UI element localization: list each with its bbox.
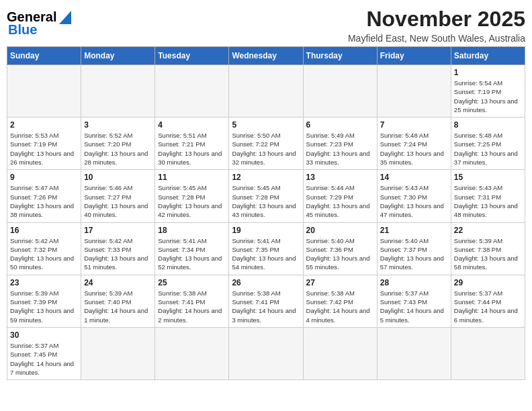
day-info: Sunrise: 5:41 AM Sunset: 7:35 PM Dayligh… — [232, 236, 300, 272]
weekday-header-cell: Monday — [81, 47, 155, 65]
weekday-header-cell: Tuesday — [155, 47, 229, 65]
calendar-week-row: 2Sunrise: 5:53 AM Sunset: 7:19 PM Daylig… — [7, 118, 525, 170]
calendar-week-row: 1Sunrise: 5:54 AM Sunset: 7:19 PM Daylig… — [7, 65, 525, 118]
calendar-week-row: 30Sunrise: 5:37 AM Sunset: 7:45 PM Dayli… — [7, 327, 525, 379]
day-number: 20 — [306, 226, 374, 235]
weekday-header-row: SundayMondayTuesdayWednesdayThursdayFrid… — [7, 47, 525, 65]
day-number: 1 — [454, 68, 522, 77]
day-number: 11 — [158, 173, 226, 182]
day-info: Sunrise: 5:49 AM Sunset: 7:23 PM Dayligh… — [306, 131, 374, 167]
calendar-day-cell: 2Sunrise: 5:53 AM Sunset: 7:19 PM Daylig… — [7, 118, 81, 170]
calendar-day-cell — [377, 65, 451, 118]
location-title: Mayfield East, New South Wales, Australi… — [348, 33, 525, 44]
weekday-header-cell: Thursday — [303, 47, 377, 65]
calendar-day-cell: 17Sunrise: 5:42 AM Sunset: 7:33 PM Dayli… — [81, 222, 155, 275]
calendar-day-cell: 5Sunrise: 5:50 AM Sunset: 7:22 PM Daylig… — [229, 118, 303, 170]
day-info: Sunrise: 5:52 AM Sunset: 7:20 PM Dayligh… — [84, 131, 152, 167]
calendar-day-cell — [303, 65, 377, 118]
day-info: Sunrise: 5:39 AM Sunset: 7:38 PM Dayligh… — [454, 236, 522, 272]
day-info: Sunrise: 5:38 AM Sunset: 7:42 PM Dayligh… — [306, 289, 374, 324]
weekday-header-cell: Friday — [377, 47, 451, 65]
day-number: 15 — [454, 173, 522, 182]
calendar-day-cell: 27Sunrise: 5:38 AM Sunset: 7:42 PM Dayli… — [303, 275, 377, 327]
calendar-day-cell — [451, 327, 525, 379]
day-info: Sunrise: 5:43 AM Sunset: 7:31 PM Dayligh… — [454, 183, 522, 219]
day-info: Sunrise: 5:38 AM Sunset: 7:41 PM Dayligh… — [232, 289, 300, 324]
calendar-day-cell: 10Sunrise: 5:46 AM Sunset: 7:27 PM Dayli… — [81, 170, 155, 222]
day-info: Sunrise: 5:50 AM Sunset: 7:22 PM Dayligh… — [232, 131, 300, 167]
day-number: 23 — [10, 278, 78, 287]
calendar-day-cell: 4Sunrise: 5:51 AM Sunset: 7:21 PM Daylig… — [155, 118, 229, 170]
calendar-day-cell: 29Sunrise: 5:37 AM Sunset: 7:44 PM Dayli… — [451, 275, 525, 327]
day-info: Sunrise: 5:44 AM Sunset: 7:29 PM Dayligh… — [306, 183, 374, 219]
day-number: 5 — [232, 120, 300, 130]
day-number: 12 — [232, 173, 300, 182]
weekday-header-cell: Saturday — [451, 47, 525, 65]
calendar-week-row: 23Sunrise: 5:39 AM Sunset: 7:39 PM Dayli… — [7, 275, 525, 327]
header: General Blue November 2025 Mayfield East… — [7, 7, 525, 44]
calendar-day-cell: 21Sunrise: 5:40 AM Sunset: 7:37 PM Dayli… — [377, 222, 451, 275]
calendar-day-cell — [377, 327, 451, 379]
calendar-day-cell — [155, 65, 229, 118]
day-number: 22 — [454, 226, 522, 235]
day-number: 16 — [10, 226, 78, 235]
calendar-day-cell: 30Sunrise: 5:37 AM Sunset: 7:45 PM Dayli… — [7, 327, 81, 379]
day-info: Sunrise: 5:38 AM Sunset: 7:41 PM Dayligh… — [158, 289, 226, 324]
calendar-day-cell — [81, 327, 155, 379]
calendar-day-cell: 26Sunrise: 5:38 AM Sunset: 7:41 PM Dayli… — [229, 275, 303, 327]
day-info: Sunrise: 5:48 AM Sunset: 7:25 PM Dayligh… — [454, 131, 522, 167]
calendar-day-cell: 20Sunrise: 5:40 AM Sunset: 7:36 PM Dayli… — [303, 222, 377, 275]
day-number: 21 — [380, 226, 448, 235]
calendar-day-cell: 18Sunrise: 5:41 AM Sunset: 7:34 PM Dayli… — [155, 222, 229, 275]
calendar-day-cell — [229, 65, 303, 118]
day-number: 14 — [380, 173, 448, 182]
calendar-day-cell: 24Sunrise: 5:39 AM Sunset: 7:40 PM Dayli… — [81, 275, 155, 327]
calendar-day-cell: 11Sunrise: 5:45 AM Sunset: 7:28 PM Dayli… — [155, 170, 229, 222]
day-info: Sunrise: 5:37 AM Sunset: 7:45 PM Dayligh… — [10, 341, 78, 377]
day-info: Sunrise: 5:41 AM Sunset: 7:34 PM Dayligh… — [158, 236, 226, 272]
calendar-day-cell: 7Sunrise: 5:48 AM Sunset: 7:24 PM Daylig… — [377, 118, 451, 170]
title-area: November 2025 Mayfield East, New South W… — [348, 7, 525, 44]
day-number: 7 — [380, 120, 448, 130]
day-info: Sunrise: 5:39 AM Sunset: 7:40 PM Dayligh… — [84, 289, 152, 324]
calendar-day-cell: 8Sunrise: 5:48 AM Sunset: 7:25 PM Daylig… — [451, 118, 525, 170]
calendar-day-cell: 22Sunrise: 5:39 AM Sunset: 7:38 PM Dayli… — [451, 222, 525, 275]
calendar-day-cell: 12Sunrise: 5:45 AM Sunset: 7:28 PM Dayli… — [229, 170, 303, 222]
day-info: Sunrise: 5:40 AM Sunset: 7:36 PM Dayligh… — [306, 236, 374, 272]
calendar-week-row: 16Sunrise: 5:42 AM Sunset: 7:32 PM Dayli… — [7, 222, 525, 275]
day-number: 18 — [158, 226, 226, 235]
day-number: 24 — [84, 278, 152, 287]
day-number: 26 — [232, 278, 300, 287]
day-info: Sunrise: 5:51 AM Sunset: 7:21 PM Dayligh… — [158, 131, 226, 167]
day-info: Sunrise: 5:37 AM Sunset: 7:44 PM Dayligh… — [454, 289, 522, 324]
weekday-header-cell: Sunday — [7, 47, 81, 65]
logo-blue-text: Blue — [8, 22, 37, 38]
day-info: Sunrise: 5:40 AM Sunset: 7:37 PM Dayligh… — [380, 236, 448, 272]
day-number: 3 — [84, 120, 152, 130]
calendar: SundayMondayTuesdayWednesdayThursdayFrid… — [7, 46, 525, 380]
day-info: Sunrise: 5:42 AM Sunset: 7:32 PM Dayligh… — [10, 236, 78, 272]
calendar-day-cell — [229, 327, 303, 379]
calendar-day-cell: 14Sunrise: 5:43 AM Sunset: 7:30 PM Dayli… — [377, 170, 451, 222]
calendar-day-cell: 23Sunrise: 5:39 AM Sunset: 7:39 PM Dayli… — [7, 275, 81, 327]
weekday-header-cell: Wednesday — [229, 47, 303, 65]
day-info: Sunrise: 5:53 AM Sunset: 7:19 PM Dayligh… — [10, 131, 78, 167]
day-number: 29 — [454, 278, 522, 287]
calendar-day-cell: 1Sunrise: 5:54 AM Sunset: 7:19 PM Daylig… — [451, 65, 525, 118]
logo: General Blue — [7, 7, 71, 38]
calendar-week-row: 9Sunrise: 5:47 AM Sunset: 7:26 PM Daylig… — [7, 170, 525, 222]
day-number: 8 — [454, 120, 522, 130]
day-info: Sunrise: 5:48 AM Sunset: 7:24 PM Dayligh… — [380, 131, 448, 167]
day-info: Sunrise: 5:45 AM Sunset: 7:28 PM Dayligh… — [158, 183, 226, 219]
calendar-day-cell: 15Sunrise: 5:43 AM Sunset: 7:31 PM Dayli… — [451, 170, 525, 222]
calendar-day-cell: 3Sunrise: 5:52 AM Sunset: 7:20 PM Daylig… — [81, 118, 155, 170]
calendar-day-cell — [7, 65, 81, 118]
month-title: November 2025 — [348, 7, 525, 32]
day-info: Sunrise: 5:43 AM Sunset: 7:30 PM Dayligh… — [380, 183, 448, 219]
calendar-day-cell: 25Sunrise: 5:38 AM Sunset: 7:41 PM Dayli… — [155, 275, 229, 327]
day-info: Sunrise: 5:46 AM Sunset: 7:27 PM Dayligh… — [84, 183, 152, 219]
calendar-body: 1Sunrise: 5:54 AM Sunset: 7:19 PM Daylig… — [7, 65, 525, 380]
day-number: 13 — [306, 173, 374, 182]
calendar-day-cell: 19Sunrise: 5:41 AM Sunset: 7:35 PM Dayli… — [229, 222, 303, 275]
day-info: Sunrise: 5:54 AM Sunset: 7:19 PM Dayligh… — [454, 79, 522, 114]
